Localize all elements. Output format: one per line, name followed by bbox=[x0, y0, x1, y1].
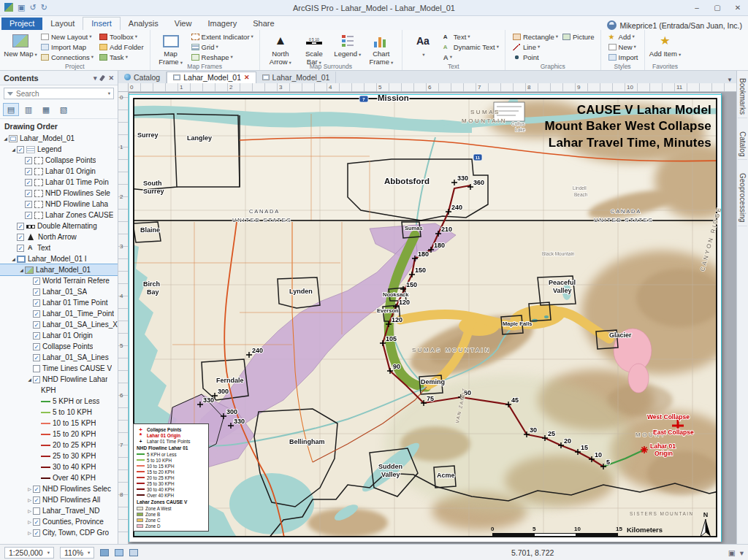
expander-closed-icon[interactable]: ▷ bbox=[26, 519, 33, 524]
reshape-button[interactable]: Reshape▾ bbox=[189, 52, 256, 62]
style-add-button[interactable]: ★Add▾ bbox=[606, 31, 641, 42]
extent-forward-icon[interactable] bbox=[129, 549, 138, 556]
layer-checkbox[interactable]: ✓ bbox=[33, 288, 40, 296]
list-by-source-button[interactable]: ▥ bbox=[20, 103, 37, 116]
expander-open-icon[interactable]: ◢ bbox=[18, 267, 25, 272]
layer-row[interactable]: ◢Lahar_Model_01 bbox=[0, 264, 118, 275]
layer-checkbox[interactable]: ✓ bbox=[33, 529, 40, 537]
style-import-button[interactable]: Import bbox=[606, 52, 641, 62]
layer-row[interactable]: 25 to 30 KPH bbox=[0, 450, 118, 461]
tab-project[interactable]: Project bbox=[1, 18, 42, 30]
legend-button[interactable]: Legend▾ bbox=[331, 31, 365, 58]
chart-frame-button[interactable]: Chart Frame▾ bbox=[365, 31, 398, 66]
message-icon[interactable]: ▾ bbox=[740, 548, 744, 557]
layer-row[interactable]: ✓Text bbox=[0, 242, 118, 253]
text-button[interactable]: AText▾ bbox=[441, 31, 501, 42]
layer-checkbox[interactable]: ✓ bbox=[17, 223, 24, 230]
picture-button[interactable]: Picture bbox=[560, 31, 597, 42]
doc-tab-layout-2[interactable]: Lahar_Model_01 bbox=[256, 72, 337, 83]
expander-open-icon[interactable]: ◢ bbox=[10, 147, 17, 152]
layer-row[interactable]: 30 to 40 KPH bbox=[0, 461, 118, 472]
side-tab-catalog[interactable]: Catalog bbox=[738, 129, 747, 160]
connections-button[interactable]: Connections▾ bbox=[39, 52, 96, 62]
layer-checkbox[interactable]: ✓ bbox=[25, 212, 32, 219]
undo-icon[interactable]: ↺ bbox=[29, 3, 36, 12]
layer-row[interactable]: Time Lines CAUSE V bbox=[0, 363, 118, 374]
scale-selector[interactable]: 1:250,000▾ bbox=[4, 547, 54, 559]
line-button[interactable]: Line▾ bbox=[511, 42, 597, 52]
redo-icon[interactable]: ↻ bbox=[41, 3, 47, 12]
layer-row[interactable]: ▷✓NHD Flowlines Selec bbox=[0, 483, 118, 494]
layer-row[interactable]: ✓NHD Flowlines Sele bbox=[0, 188, 118, 199]
layer-row[interactable]: ✓Lahar_01_SA_Lines bbox=[0, 352, 118, 363]
layer-row[interactable]: ✓World Terrain Refere bbox=[0, 275, 118, 286]
expander-closed-icon[interactable]: ▷ bbox=[26, 497, 33, 502]
layer-row[interactable]: ◢✓NHD Flowline Lahar bbox=[0, 374, 118, 385]
layout-page[interactable]: 711 330360240210180180150150120120105907… bbox=[129, 93, 722, 542]
rectangle-button[interactable]: Rectangle▾ bbox=[511, 31, 560, 42]
scale-bar-button[interactable]: 0 5 10 Scale Bar▾ bbox=[297, 31, 331, 66]
layer-checkbox[interactable]: ✓ bbox=[33, 343, 40, 350]
layer-row[interactable]: ✓Lahar 01 Time Point bbox=[0, 297, 118, 308]
layer-checkbox[interactable]: ✓ bbox=[33, 310, 40, 318]
search-dropdown-icon[interactable]: ▾ bbox=[108, 91, 110, 96]
layer-row[interactable]: ✓Lahar Zones CAUSE bbox=[0, 210, 118, 220]
layer-checkbox[interactable]: ✓ bbox=[25, 190, 32, 197]
list-by-editing-button[interactable]: ▧ bbox=[56, 103, 72, 116]
layer-checkbox[interactable]: ✓ bbox=[33, 354, 40, 361]
layer-row[interactable]: ✓Lahar 01 Time Poin bbox=[0, 177, 118, 188]
doc-tab-catalog[interactable]: Catalog bbox=[118, 72, 167, 83]
layer-checkbox[interactable]: ✓ bbox=[25, 168, 32, 175]
extent-back-icon[interactable] bbox=[100, 549, 109, 556]
layer-row[interactable]: 5 to 10 KPH bbox=[0, 407, 118, 418]
layer-checkbox[interactable]: ✓ bbox=[25, 157, 32, 164]
add-item-button[interactable]: ★ Add Item▾ bbox=[649, 31, 682, 58]
pane-close-icon[interactable]: ✕ bbox=[108, 74, 114, 82]
tab-imagery[interactable]: Imagery bbox=[199, 18, 245, 30]
new-layout-button[interactable]: New Layout▾ bbox=[39, 31, 96, 42]
tab-layout[interactable]: Layout bbox=[42, 18, 83, 30]
layer-row[interactable]: ✓North Arrow bbox=[0, 231, 118, 242]
layer-row[interactable]: KPH bbox=[0, 385, 118, 396]
tab-insert[interactable]: Insert bbox=[83, 17, 121, 30]
layer-checkbox[interactable]: ✓ bbox=[33, 277, 40, 285]
search-input[interactable] bbox=[16, 90, 104, 98]
layer-checkbox[interactable]: ✓ bbox=[25, 179, 32, 186]
selection-icon[interactable]: ▣ bbox=[728, 548, 736, 557]
layer-row[interactable]: 5 KPH or Less bbox=[0, 396, 118, 407]
layer-row[interactable]: ✓Double Alternating bbox=[0, 220, 118, 231]
tab-analysis[interactable]: Analysis bbox=[121, 18, 167, 30]
layer-checkbox[interactable]: ✓ bbox=[17, 146, 24, 153]
toolbox-button[interactable]: Toolbox▾ bbox=[97, 31, 145, 42]
extent-indicator-button[interactable]: Extent Indicator▾ bbox=[189, 31, 256, 42]
expander-closed-icon[interactable]: ▷ bbox=[26, 508, 33, 513]
text-a-button[interactable]: A▾ bbox=[441, 52, 501, 62]
tab-close-icon[interactable]: ✕ bbox=[244, 74, 250, 81]
layer-row[interactable]: 20 to 25 KPH bbox=[0, 440, 118, 450]
layer-checkbox[interactable]: ✓ bbox=[17, 234, 24, 241]
add-folder-button[interactable]: Add Folder bbox=[97, 42, 145, 52]
layer-row[interactable]: ✓Lahar 01 Origin bbox=[0, 330, 118, 341]
layer-row[interactable]: ▷Lahar_Travel_ND bbox=[0, 505, 118, 516]
layer-row[interactable]: ▷✓NHD Flowlines All bbox=[0, 494, 118, 505]
layer-row[interactable]: ✓Lahar_01_Time_Point bbox=[0, 308, 118, 319]
layer-row[interactable]: ◢Lahar_Model_01 I bbox=[0, 253, 118, 264]
doc-tab-layout-active[interactable]: Lahar_Model_01 ✕ bbox=[167, 72, 256, 83]
task-button[interactable]: Task▾ bbox=[97, 52, 145, 62]
layer-row[interactable]: ◢Lahar_Model_01 bbox=[0, 133, 118, 144]
expander-closed-icon[interactable]: ▷ bbox=[26, 530, 33, 535]
maximize-button[interactable]: ▢ bbox=[707, 4, 728, 12]
pane-menu-icon[interactable]: ▾ bbox=[94, 74, 97, 82]
style-new-button[interactable]: New▾ bbox=[606, 42, 641, 52]
layer-checkbox[interactable]: ✓ bbox=[33, 376, 40, 383]
layer-row[interactable]: ✓Lahar 01 Origin bbox=[0, 166, 118, 177]
save-icon[interactable]: ▣ bbox=[18, 3, 25, 12]
expander-open-icon[interactable]: ◢ bbox=[2, 136, 9, 141]
extent-full-icon[interactable] bbox=[115, 549, 123, 556]
new-map-button[interactable]: New Map▾ bbox=[4, 31, 37, 58]
layer-row[interactable]: ✓Lahar_01_SA_Lines_X bbox=[0, 319, 118, 330]
layer-row[interactable]: 15 to 20 KPH bbox=[0, 429, 118, 440]
list-by-selection-button[interactable]: ▦ bbox=[38, 103, 54, 116]
side-tab-geoprocessing[interactable]: Geoprocessing bbox=[738, 170, 747, 226]
minimize-button[interactable]: – bbox=[687, 4, 707, 12]
